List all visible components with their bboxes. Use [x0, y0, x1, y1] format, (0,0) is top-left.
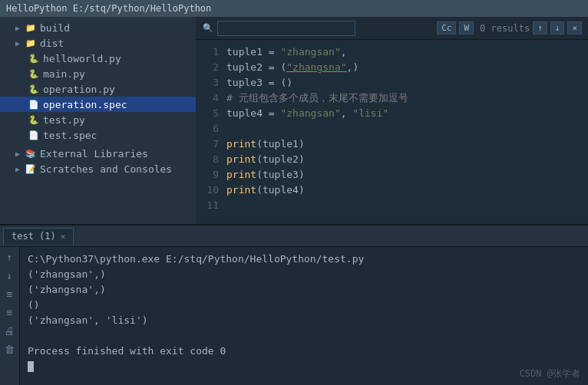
panel-side-buttons: ↑ ↓ ≡ ≡ 🖨 🗑 [0, 247, 20, 385]
panel-filter-button[interactable]: ≡ [3, 305, 17, 319]
code-line-6 [226, 121, 588, 137]
code-line-11 [226, 198, 588, 213]
code-line-9: print(tuple3) [226, 167, 588, 183]
line-numbers: 1 2 3 4 5 6 7 8 9 10 11 [196, 43, 226, 221]
panel-scroll-up-button[interactable]: ↑ [3, 250, 17, 264]
folder-icon-build: 📁 [25, 21, 37, 34]
console-line-0: C:\Python37\python.exe E:/stq/Python/Hel… [28, 252, 580, 267]
ext-libs-icon: 📚 [25, 147, 37, 160]
console-cursor [28, 361, 34, 372]
folder-arrow-build [15, 24, 23, 31]
console-line-3: () [28, 298, 580, 313]
search-controls: Cc W 0 results ↑ ↓ × [437, 21, 582, 35]
code-lines: tuple1 = "zhangsan", tuple2 = ("zhangsna… [226, 43, 588, 221]
panel-tab-close[interactable]: × [61, 232, 66, 242]
panel-tab-label: test (1) [12, 231, 56, 242]
panel-tabs: test (1) × [0, 225, 588, 247]
sidebar-label-operation-spec: operation.spec [43, 99, 127, 110]
main-area: 📁 build 📁 dist 🐍 helloworld.py 🐍 main.py… [0, 17, 588, 224]
folder-icon-dist: 📁 [25, 37, 37, 49]
panel-tab-test[interactable]: test (1) × [3, 228, 74, 245]
search-bar: 🔍 Cc W 0 results ↑ ↓ × [196, 17, 588, 40]
scratches-icon: 📝 [25, 163, 37, 175]
folder-arrow-scratches [15, 165, 23, 173]
folder-arrow-dist [15, 39, 23, 47]
sidebar-label-operation-py: operation.py [43, 84, 115, 95]
sidebar-label-build: build [40, 22, 70, 34]
search-input[interactable] [217, 21, 355, 36]
sidebar-label-helloworld: helloworld.py [43, 53, 121, 64]
panel-clear-button[interactable]: 🗑 [3, 342, 17, 356]
sidebar-item-helloworld[interactable]: 🐍 helloworld.py [0, 51, 196, 66]
code-line-8: print(tuple2) [226, 152, 588, 167]
watermark: CSDN @张学者 [520, 367, 580, 380]
sidebar-item-operation-py[interactable]: 🐍 operation.py [0, 81, 196, 97]
code-line-2: tuple2 = ("zhangsna",) [226, 60, 588, 75]
panel-print-button[interactable]: 🖨 [3, 324, 17, 337]
code-line-5: tuple4 = "zhangsan", "lisi" [226, 106, 588, 121]
py-icon-operation: 🐍 [28, 83, 40, 95]
py-icon-main: 🐍 [28, 67, 40, 80]
search-next-button[interactable]: ↓ [550, 21, 565, 35]
panel-menu-button[interactable]: ≡ [3, 287, 17, 301]
code-line-4: # 元组包含多个成员，末尾不需要加逗号 [226, 90, 588, 106]
folder-arrow-ext [15, 150, 23, 157]
sidebar-label-main: main.py [43, 68, 85, 80]
code-line-3: tuple3 = () [226, 75, 588, 90]
py-icon-helloworld: 🐍 [28, 52, 40, 64]
title-text: HelloPython E:/stq/Python/HelloPython [6, 3, 211, 14]
bottom-panel: test (1) × ↑ ↓ ≡ ≡ 🖨 🗑 C:\Python37\pytho… [0, 224, 588, 385]
search-prev-button[interactable]: ↑ [533, 21, 547, 35]
py-icon-test: 🐍 [28, 114, 40, 126]
sidebar-label-dist: dist [40, 38, 64, 49]
sidebar-label-scratches: Scratches and Consoles [40, 163, 172, 175]
search-cc-button[interactable]: Cc [437, 21, 456, 35]
sidebar-item-test-spec[interactable]: 📄 test.spec [0, 127, 196, 143]
sidebar-item-main[interactable]: 🐍 main.py [0, 66, 196, 81]
sidebar-item-operation-spec[interactable]: 📄 operation.spec [0, 97, 196, 112]
console-line-1: ('zhangsan',) [28, 267, 580, 282]
panel-scroll-down-button[interactable]: ↓ [3, 268, 17, 282]
code-line-10: print(tuple4) [226, 183, 588, 198]
console-line-2: ('zhangsna',) [28, 282, 580, 298]
bottom-panel-wrapper: test (1) × ↑ ↓ ≡ ≡ 🖨 🗑 C:\Python37\pytho… [0, 224, 588, 385]
sidebar-item-test-py[interactable]: 🐍 test.py [0, 112, 196, 127]
search-results-count: 0 results [480, 23, 530, 34]
code-line-1: tuple1 = "zhangsan", [226, 44, 588, 60]
panel-body: ↑ ↓ ≡ ≡ 🖨 🗑 C:\Python37\python.exe E:/st… [0, 247, 588, 385]
console-cursor-line [28, 359, 580, 374]
spec-icon-operation: 📄 [28, 98, 40, 110]
search-icon: 🔍 [202, 22, 214, 35]
code-content: 1 2 3 4 5 6 7 8 9 10 11 tuple1 = "zhangs… [196, 40, 588, 224]
console-line-6: Process finished with exit code 0 [28, 344, 580, 359]
sidebar-label-test-spec: test.spec [43, 130, 97, 141]
console-output: C:\Python37\python.exe E:/stq/Python/Hel… [20, 247, 588, 385]
search-close-button[interactable]: × [567, 21, 582, 35]
sidebar-item-scratches[interactable]: 📝 Scratches and Consoles [0, 161, 196, 176]
sidebar-label-ext-libs: External Libraries [40, 148, 148, 160]
sidebar-item-build[interactable]: 📁 build [0, 20, 196, 35]
spec-icon-test: 📄 [28, 129, 40, 141]
sidebar-label-test-py: test.py [43, 114, 85, 126]
search-w-button[interactable]: W [459, 21, 474, 35]
console-line-5 [28, 328, 580, 344]
sidebar: 📁 build 📁 dist 🐍 helloworld.py 🐍 main.py… [0, 17, 196, 224]
code-line-7: print(tuple1) [226, 137, 588, 152]
title-bar: HelloPython E:/stq/Python/HelloPython [0, 0, 588, 17]
console-line-4: ('zhangsan', 'lisi') [28, 313, 580, 328]
sidebar-item-external-libs[interactable]: 📚 External Libraries [0, 146, 196, 161]
editor-area: 🔍 Cc W 0 results ↑ ↓ × 1 2 3 4 5 6 7 8 [196, 17, 588, 224]
sidebar-item-dist[interactable]: 📁 dist [0, 35, 196, 51]
